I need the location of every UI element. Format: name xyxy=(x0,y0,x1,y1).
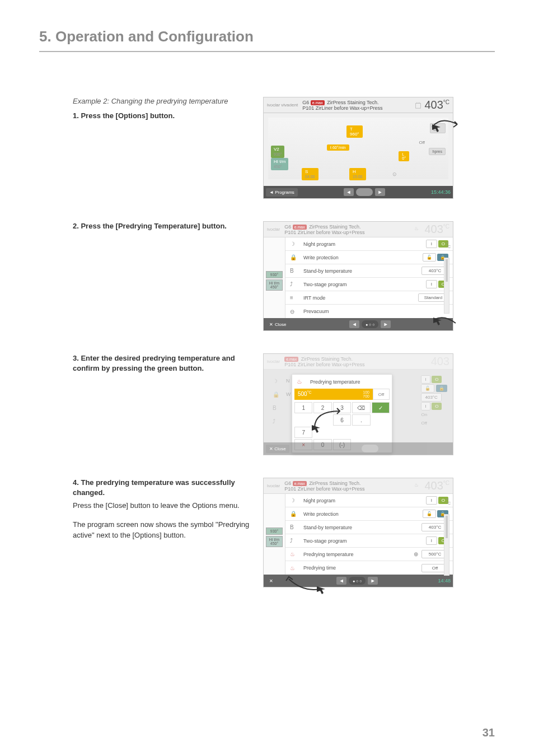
moon-icon: ☽ xyxy=(290,241,299,247)
keypad-title: Predrying temperature xyxy=(310,379,360,385)
lock-icon: 🔒 xyxy=(290,254,299,260)
option-irt-mode[interactable]: ≡ IRT mode Standard xyxy=(285,291,453,305)
lock-off[interactable]: 🔓 xyxy=(423,510,436,518)
curve-icon: ⤴ xyxy=(290,538,299,544)
v2-chip[interactable]: V2930° xyxy=(271,146,284,158)
predry-time-icon: ♨ xyxy=(290,565,299,571)
cursor-pointer-icon xyxy=(280,572,325,595)
screenshot-1: ivoclar vivadent G6 e.max ZirPress Stain… xyxy=(263,97,453,199)
option-two-stage[interactable]: ⤴ Two-stage program IO xyxy=(285,534,453,548)
footer-time: 15:44:36 xyxy=(431,189,451,195)
side-badge: 930° xyxy=(266,271,283,278)
rate-label[interactable]: t 60°/min xyxy=(327,144,349,151)
keypad-modal: ♨ Predrying temperature 500°C100700 Off … xyxy=(292,374,392,453)
h-label[interactable]: H15:00 xyxy=(349,168,366,180)
footer-left-arrow[interactable]: ◄ xyxy=(349,320,359,328)
footer-home-button[interactable] xyxy=(356,188,373,196)
option-write-protection[interactable]: 🔒 Write protection 🔓🔒 xyxy=(285,507,453,521)
thermometer-icon: B xyxy=(290,268,299,274)
predry-icon: ♨ xyxy=(297,378,306,385)
step-1-text: 1. Press the [Options] button. xyxy=(73,111,252,121)
footer-indicator[interactable]: ● ○ ○ xyxy=(349,577,366,585)
footer-indicator[interactable]: ● ○ ○ xyxy=(362,320,378,328)
option-standby-temperature[interactable]: B Stand-by temperature 403°C xyxy=(285,521,453,534)
toggle-i[interactable]: I xyxy=(426,496,437,505)
vacuum-icon: ⊖ xyxy=(290,309,299,315)
group-label: G6 xyxy=(302,100,309,105)
footer-right-arrow[interactable]: ► xyxy=(381,320,391,328)
key-dot[interactable]: . xyxy=(352,414,370,426)
vacuum-gauge-2: hpres xyxy=(429,148,446,155)
keypad-value: 500°C100700 xyxy=(294,389,373,400)
lock-off[interactable]: 🔓 xyxy=(423,253,436,262)
temperature-display: 403°C xyxy=(424,99,449,111)
option-night-program[interactable]: ☽ Night program IO xyxy=(285,494,453,507)
l-label[interactable]: L0° xyxy=(399,151,409,161)
close-button[interactable]: ✕ Close xyxy=(266,445,289,453)
option-label: Predrying time xyxy=(303,565,421,571)
toggle-i[interactable]: I xyxy=(426,240,437,248)
predry-temp-icon: ♨ xyxy=(290,551,299,557)
group-label: G6 xyxy=(284,224,291,230)
header-rule xyxy=(39,51,495,52)
screenshot-2: ivoclar G6 e.max ZirPress Staining Tech.… xyxy=(263,221,453,331)
clock-icon: ⊙ xyxy=(392,171,397,177)
s-label[interactable]: S04:00 xyxy=(302,168,318,180)
group-label: G6 xyxy=(284,480,291,486)
option-standby-temperature[interactable]: B Stand-by temperature 403°C xyxy=(285,264,453,278)
keypad-off-button[interactable]: Off xyxy=(373,389,390,400)
temperature-display: 403°C xyxy=(424,479,449,492)
footer-right-arrow[interactable]: ► xyxy=(375,188,385,196)
option-predrying-temperature[interactable]: ♨ Predrying temperature ⊕ 500°C xyxy=(285,548,453,561)
hi-chip[interactable]: HI t/m450° xyxy=(271,158,288,170)
example-label: Example 2: Changing the predrying temper… xyxy=(73,97,252,105)
moon-icon: ☽ xyxy=(290,497,299,503)
toggle-i[interactable]: I xyxy=(426,280,437,288)
option-two-stage[interactable]: ⤴ Two-stage program I O xyxy=(285,278,453,291)
programs-button[interactable]: ◄ Programs xyxy=(266,188,298,197)
program-title-1: ZirPress Staining Tech. xyxy=(309,224,360,230)
unit-label: ≡°C xyxy=(446,497,451,505)
svg-rect-0 xyxy=(416,103,421,108)
footer-home-button[interactable] xyxy=(362,445,378,452)
brand-label: ivoclar xyxy=(267,227,280,232)
active-indicator-icon: ⊕ xyxy=(414,551,418,557)
option-night-program[interactable]: ☽ Night program I O xyxy=(285,237,453,251)
brand-label: ivoclar vivadent xyxy=(267,103,298,108)
scrollbar[interactable] xyxy=(444,258,449,314)
emax-chip: e.max xyxy=(284,357,298,362)
footer-right-arrow[interactable]: ► xyxy=(368,577,378,585)
toggle-i[interactable]: I xyxy=(426,536,437,545)
unit-label: ≡°C xyxy=(446,241,451,249)
key-confirm[interactable]: ✓ xyxy=(372,402,390,413)
temperature-display: 403°C xyxy=(424,223,449,236)
cursor-pointer-icon xyxy=(429,113,463,141)
side-badge: Hi t/m450° xyxy=(266,279,283,291)
option-label: Write protection xyxy=(303,511,423,517)
curve-top-label[interactable]: T960° xyxy=(346,125,363,138)
option-label: Predrying temperature xyxy=(303,552,414,557)
program-title-1: ZirPress Staining Tech. xyxy=(309,480,360,486)
close-button[interactable]: ✕ Close xyxy=(266,320,289,329)
cursor-pointer-icon xyxy=(309,405,348,433)
option-label: Write protection xyxy=(303,255,423,260)
option-write-protection[interactable]: 🔒 Write protection 🔓 🔒 xyxy=(285,251,453,264)
furnace-icon: ♨ xyxy=(414,226,422,234)
cursor-pointer-icon xyxy=(430,315,458,337)
step-4-title: 4. The predrying temperature was success… xyxy=(73,478,252,498)
key-back[interactable]: ⌫ xyxy=(352,402,370,413)
option-prevacuum[interactable]: ⊖ Prevacuum xyxy=(285,305,453,318)
program-title-1: ZirPress Staining Tech. xyxy=(327,100,378,105)
footer-left-arrow[interactable]: ◄ xyxy=(336,577,346,585)
option-label: Night program xyxy=(303,498,426,503)
side-on-label: On xyxy=(421,412,447,417)
footer-left-arrow[interactable]: ◄ xyxy=(344,188,354,196)
curve-icon: ⤴ xyxy=(290,281,299,287)
close-button[interactable]: ✕ xyxy=(266,577,277,585)
brand-label: ivoclar xyxy=(267,484,280,488)
option-label: Stand-by temperature xyxy=(303,525,421,530)
furnace-icon xyxy=(414,101,422,109)
step-3-text: 3. Enter the desired predrying temperatu… xyxy=(73,353,252,374)
scrollbar[interactable] xyxy=(444,514,449,576)
program-title-2: P101 ZirLiner before Wax-up+Press xyxy=(302,105,412,111)
